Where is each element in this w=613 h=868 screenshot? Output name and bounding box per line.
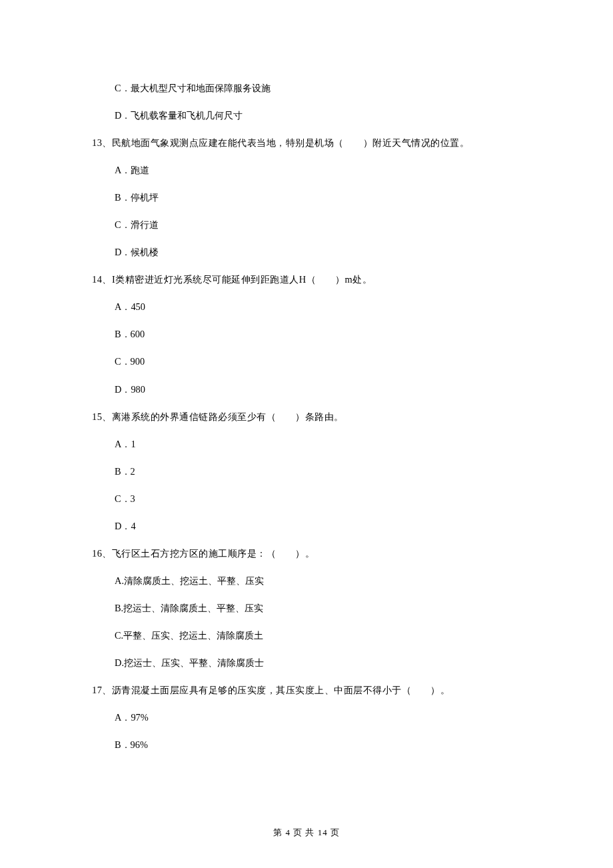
q16-option-d: D.挖运士、压实、平整、清除腐质士 — [115, 649, 558, 677]
q12-option-d: D．飞机载客量和飞机几何尺寸 — [115, 102, 558, 129]
q12-option-c: C．最大机型尺寸和地面保障服务设施 — [115, 75, 558, 102]
q16-stem: 16、飞行区土石方挖方区的施工顺序是：（ ）。 — [92, 540, 558, 567]
q14-option-a: A．450 — [115, 293, 558, 321]
q13-option-b: B．停机坪 — [115, 184, 558, 211]
q16-option-c: C.平整、压实、挖运土、清除腐质土 — [115, 622, 558, 649]
q15-option-b: B．2 — [115, 458, 558, 485]
q14-option-b: B．600 — [115, 321, 558, 348]
q16-option-b: B.挖运士、清除腐质土、平整、压实 — [115, 595, 558, 622]
q15-option-a: A．1 — [115, 431, 558, 458]
q16-option-a: A.清除腐质土、挖运土、平整、压实 — [115, 567, 558, 595]
q13-stem: 13、民航地面气象观测点应建在能代表当地，特别是机场（ ）附近天气情况的位置。 — [92, 129, 558, 157]
q13-option-a: A．跑道 — [115, 157, 558, 184]
q13-option-d: D．候机楼 — [115, 239, 558, 266]
q15-option-c: C．3 — [115, 485, 558, 513]
q14-option-c: C．900 — [115, 348, 558, 375]
q15-option-d: D．4 — [115, 513, 558, 540]
q14-option-d: D．980 — [115, 376, 558, 403]
q15-stem: 15、离港系统的外界通信链路必须至少有（ ）条路由。 — [92, 403, 558, 431]
page-content: C．最大机型尺寸和地面保障服务设施 D．飞机载客量和飞机几何尺寸 13、民航地面… — [0, 0, 613, 759]
q17-option-a: A．97% — [115, 704, 558, 731]
page-footer: 第 4 页 共 14 页 — [0, 827, 613, 839]
q13-option-c: C．滑行道 — [115, 211, 558, 239]
q17-stem: 17、沥青混凝土面层应具有足够的压实度，其压实度上、中面层不得小于（ ）。 — [92, 677, 558, 704]
q17-option-b: B．96% — [115, 731, 558, 759]
q14-stem: 14、I类精密进近灯光系统尽可能延伸到距跑道人H（ ）m处。 — [92, 266, 558, 293]
